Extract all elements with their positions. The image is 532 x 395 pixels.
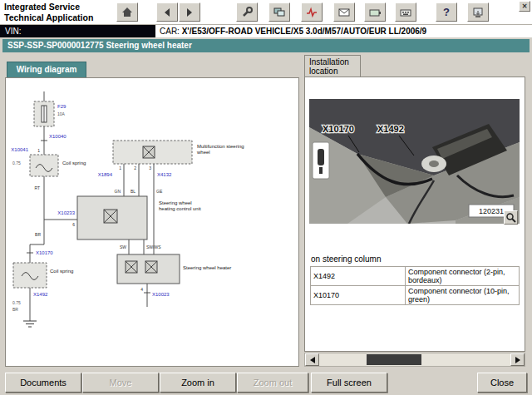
coil-spring-bottom-label: Coil spring [50, 269, 73, 274]
coil-spring-top-component [30, 155, 58, 176]
app-brand-line2: Technical Application [4, 12, 93, 23]
zoom-out-button: Zoom out [237, 373, 308, 393]
keyboard-button[interactable] [395, 2, 416, 22]
multifunction-label-line1: Multifunction steering [197, 144, 244, 149]
tab-installation-line2: location [309, 67, 360, 76]
fuse-rating-label: 10A [57, 111, 66, 116]
heater-component [117, 254, 180, 284]
document-title-bar: SSP-SSP-SP0000012775 Steering wheel heat… [2, 39, 530, 52]
tab-installation-location[interactable]: Installation location [304, 55, 361, 77]
control-unit-label-line2: heating control unit [159, 206, 201, 211]
multifunction-wheel-component [113, 141, 192, 164]
document-title: SSP-SSP-SP0000012775 Steering wheel heat… [7, 41, 192, 50]
scroll-left-icon [310, 357, 315, 363]
tab-wiring-label: Wiring diagram [17, 65, 77, 74]
battery-icon [368, 6, 382, 19]
car-line: CAR: X'/E53/OFF-ROAD VEHICLE/X5 3.0d/M57… [160, 25, 426, 37]
wiring-diagram: F29 10A X10040 1 0.75 X10041 Coil spring… [6, 78, 298, 366]
wire-gauge-label: 0.75 [12, 300, 21, 305]
scroll-left-button[interactable] [305, 353, 319, 366]
wiring-diagram-panel: F29 10A X10040 1 0.75 X10041 Coil spring… [5, 77, 299, 367]
wire-gn-label: GN [115, 189, 121, 194]
connector-label-x10023: X10023 [152, 292, 170, 297]
close-icon: ✕ [522, 2, 528, 10]
steering-column-photo: X10170 X1492 120231 [309, 99, 520, 224]
wire-ge-label: GE [156, 189, 163, 194]
zoom-in-button[interactable]: Zoom in [160, 373, 236, 393]
workshop-display-button[interactable] [268, 2, 290, 22]
installation-caption: on steering column [311, 254, 382, 264]
help-button[interactable]: ? [436, 2, 457, 22]
vehicle-bar: VIN: CAR: X'/E53/OFF-ROAD VEHICLE/X5 3.0… [0, 25, 532, 37]
keyboard-icon [399, 6, 412, 19]
battery-status-button[interactable] [364, 2, 386, 22]
connector-label-x4132: X4132 [157, 172, 172, 177]
installation-photo: X10170 X1492 120231 [309, 99, 520, 224]
console-icon [471, 6, 485, 19]
messages-button[interactable] [333, 2, 355, 22]
pin-label: 1 [37, 148, 40, 153]
table-row[interactable]: X1492 Component connector (2-pin, bordea… [311, 267, 520, 286]
mail-icon [337, 6, 351, 19]
documents-button[interactable]: Documents [5, 373, 81, 393]
table-row[interactable]: X10170 Component connector (10-pin, gree… [311, 286, 520, 305]
control-unit-label-line1: Steering wheel [159, 200, 192, 205]
scroll-right-button[interactable] [510, 353, 525, 366]
forward-icon [183, 6, 196, 19]
service-functions-button[interactable] [236, 2, 258, 22]
control-unit-component [77, 196, 147, 239]
wire-bl-label: BL [131, 189, 135, 194]
pin-label: 4 [140, 287, 143, 292]
connector-label-x10040: X10040 [49, 134, 66, 139]
wire-rt-label: RT [34, 185, 40, 190]
back-button[interactable] [156, 2, 178, 22]
console-button[interactable] [467, 2, 489, 22]
connector-label-x10041: X10041 [11, 147, 28, 152]
heater-label: Steering wheel heater [183, 265, 231, 270]
fuse-component [34, 101, 54, 126]
scrollbar-thumb[interactable] [367, 354, 421, 365]
photo-magnify-button[interactable] [504, 210, 518, 225]
app-brand-line1: Integrated Service [4, 2, 93, 12]
tab-wiring-diagram[interactable]: Wiring diagram [7, 62, 86, 77]
help-icon: ? [443, 6, 450, 18]
photo-label-x1492: X1492 [377, 124, 404, 134]
ground-symbol [23, 321, 37, 327]
document-close-button[interactable]: ✕ [519, 1, 530, 12]
connector-label-x1894: X1894 [98, 172, 113, 177]
multifunction-label-line2: wheel [196, 150, 210, 155]
fuse-id-label: F29 [57, 104, 66, 109]
connector-desc: Component connector (10-pin, green) [406, 286, 520, 305]
pin-label: 1 [119, 165, 121, 170]
wrench-icon [240, 6, 254, 19]
wire-swws-label: SW/WS [146, 244, 161, 249]
car-label: CAR: [160, 27, 180, 36]
pin-label: 2 [134, 165, 136, 170]
top-bar: Integrated Service Technical Application [0, 0, 532, 25]
wire-br-label: BR [35, 232, 41, 237]
home-button[interactable] [116, 2, 138, 22]
connection-icon [305, 6, 318, 19]
connection-status-button[interactable] [301, 2, 323, 22]
close-button[interactable]: Close [477, 373, 527, 393]
photo-reference-number: 120231 [479, 207, 504, 215]
app-brand: Integrated Service Technical Application [4, 2, 93, 22]
connector-table: X1492 Component connector (2-pin, bordea… [310, 266, 520, 305]
horizontal-scrollbar[interactable] [304, 353, 525, 367]
position-indicator [313, 142, 329, 179]
photo-label-x10170: X10170 [323, 124, 354, 134]
connector-label-x10233: X10233 [57, 210, 75, 215]
monitors-icon [273, 6, 286, 19]
full-screen-button[interactable]: Full screen [311, 373, 387, 393]
move-button: Move [82, 373, 159, 393]
car-value: X'/E53/OFF-ROAD VEHICLE/X5 3.0d/M57/AUTO… [182, 27, 427, 36]
wire-sw-label: SW [120, 244, 126, 249]
wire-gauge-label: 0.75 [12, 160, 21, 165]
forward-button[interactable] [179, 2, 200, 22]
vin-label: VIN: [0, 25, 155, 37]
pin-label: 6 [72, 222, 75, 227]
connector-desc: Component connector (2-pin, bordeaux) [406, 267, 520, 286]
scroll-right-icon [515, 357, 520, 363]
home-icon [121, 6, 134, 19]
connector-label-x1492: X1492 [33, 292, 48, 297]
